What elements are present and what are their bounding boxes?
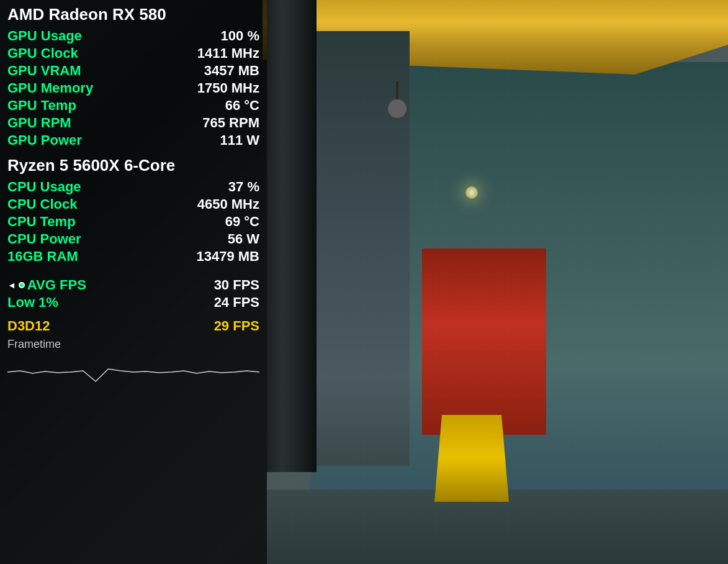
cpu-power-row: CPU Power 56 W xyxy=(7,231,259,247)
gpu-temp-row: GPU Temp 66 °C xyxy=(7,98,259,114)
avg-fps-label: AVG FPS xyxy=(27,277,86,293)
gpu-memory-label: GPU Memory xyxy=(7,80,93,96)
cpu-temp-label: CPU Temp xyxy=(7,214,76,230)
gpu-temp-value: 66 °C xyxy=(225,98,259,114)
gpu-clock-label: GPU Clock xyxy=(7,45,78,61)
ram-label: 16GB RAM xyxy=(7,248,78,265)
cpu-power-label: CPU Power xyxy=(7,231,81,247)
d3d-row: D3D12 29 FPS xyxy=(7,318,259,334)
cpu-title: Ryzen 5 5600X 6-Core xyxy=(7,156,259,175)
cpu-temp-value: 69 °C xyxy=(225,214,259,230)
gpu-power-value: 111 W xyxy=(220,132,259,148)
gpu-vram-row: GPU VRAM 3457 MB xyxy=(7,63,259,79)
avg-fps-value: 30 FPS xyxy=(214,277,259,293)
gpu-memory-row: GPU Memory 1750 MHz xyxy=(7,80,259,96)
section-divider-2 xyxy=(7,266,259,272)
yellow-equipment xyxy=(434,415,509,502)
cpu-power-value: 56 W xyxy=(228,231,259,247)
overhead-light xyxy=(385,81,410,118)
cpu-clock-row: CPU Clock 4650 MHz xyxy=(7,196,259,212)
avg-fps-row: ◄ AVG FPS 30 FPS xyxy=(7,277,259,293)
gpu-power-label: GPU Power xyxy=(7,132,82,148)
fps-dot-icon xyxy=(19,282,25,288)
d3d-label: D3D12 xyxy=(7,318,50,334)
section-divider-3 xyxy=(7,312,259,318)
low-fps-row: Low 1% 24 FPS xyxy=(7,294,259,311)
cpu-temp-row: CPU Temp 69 °C xyxy=(7,214,259,230)
wall-light xyxy=(465,186,478,199)
ram-row: 16GB RAM 13479 MB xyxy=(7,248,259,265)
arrow-icon: ◄ xyxy=(7,280,16,290)
gpu-power-row: GPU Power 111 W xyxy=(7,132,259,148)
gpu-rpm-row: GPU RPM 765 RPM xyxy=(7,115,259,131)
left-pillar xyxy=(267,0,317,472)
gpu-memory-value: 1750 MHz xyxy=(197,80,259,96)
frametime-label: Frametime xyxy=(7,338,259,351)
gpu-usage-row: GPU Usage 100 % xyxy=(7,28,259,44)
hud-overlay: AMD Radeon RX 580 GPU Usage 100 % GPU Cl… xyxy=(0,0,267,564)
d3d-value: 29 FPS xyxy=(214,318,259,334)
cpu-clock-value: 4650 MHz xyxy=(197,196,259,212)
ram-value: 13479 MB xyxy=(196,248,259,265)
gpu-vram-value: 3457 MB xyxy=(204,63,259,79)
gpu-rpm-value: 765 RPM xyxy=(202,115,259,131)
low-fps-value: 24 FPS xyxy=(214,294,259,311)
gpu-clock-row: GPU Clock 1411 MHz xyxy=(7,45,259,61)
gpu-usage-value: 100 % xyxy=(221,28,259,44)
fps-section: ◄ AVG FPS 30 FPS Low 1% 24 FPS D3D12 29 … xyxy=(7,277,259,384)
cpu-usage-row: CPU Usage 37 % xyxy=(7,179,259,195)
low-fps-label: Low 1% xyxy=(7,294,58,311)
cpu-usage-value: 37 % xyxy=(228,179,259,195)
gpu-vram-label: GPU VRAM xyxy=(7,63,81,79)
frametime-graph xyxy=(7,353,259,384)
gpu-clock-value: 1411 MHz xyxy=(197,45,259,61)
red-wall xyxy=(422,248,546,435)
cpu-clock-label: CPU Clock xyxy=(7,196,77,212)
cpu-usage-label: CPU Usage xyxy=(7,179,81,195)
gpu-rpm-label: GPU RPM xyxy=(7,115,71,131)
section-divider-1 xyxy=(7,150,259,156)
gpu-usage-label: GPU Usage xyxy=(7,28,82,44)
gpu-temp-label: GPU Temp xyxy=(7,98,76,114)
gpu-title: AMD Radeon RX 580 xyxy=(7,5,259,24)
